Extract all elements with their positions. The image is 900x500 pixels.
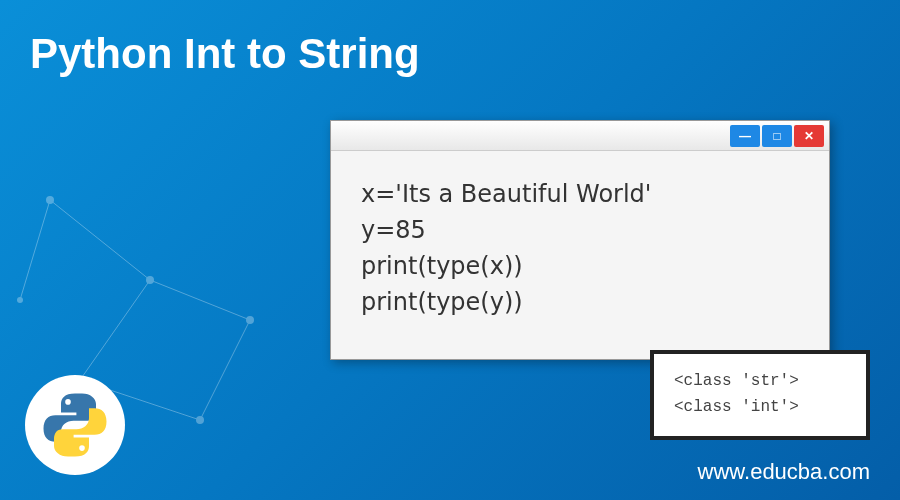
svg-point-12 [65, 399, 71, 405]
svg-line-1 [80, 280, 150, 380]
minimize-button[interactable]: — [730, 125, 760, 147]
python-icon [40, 390, 110, 460]
output-line-2: <class 'int'> [674, 395, 846, 421]
page-title: Python Int to String [30, 30, 420, 78]
svg-line-0 [50, 200, 150, 280]
output-box: <class 'str'> <class 'int'> [650, 350, 870, 440]
svg-point-6 [46, 196, 54, 204]
website-url: www.educba.com [698, 459, 870, 485]
svg-point-9 [246, 316, 254, 324]
svg-point-11 [17, 297, 23, 303]
maximize-button[interactable]: □ [762, 125, 792, 147]
svg-point-7 [146, 276, 154, 284]
svg-point-10 [196, 416, 204, 424]
window-titlebar: — □ ✕ [331, 121, 829, 151]
svg-line-3 [200, 320, 250, 420]
close-button[interactable]: ✕ [794, 125, 824, 147]
code-content: x='Its a Beautiful World' y=85 print(typ… [331, 151, 829, 345]
python-logo [25, 375, 125, 475]
svg-point-13 [79, 445, 85, 451]
code-line-2: y=85 [361, 212, 799, 248]
output-line-1: <class 'str'> [674, 369, 846, 395]
svg-line-5 [20, 200, 50, 300]
code-line-4: print(type(y)) [361, 284, 799, 320]
code-window: — □ ✕ x='Its a Beautiful World' y=85 pri… [330, 120, 830, 360]
code-line-3: print(type(x)) [361, 248, 799, 284]
code-line-1: x='Its a Beautiful World' [361, 176, 799, 212]
svg-line-2 [150, 280, 250, 320]
